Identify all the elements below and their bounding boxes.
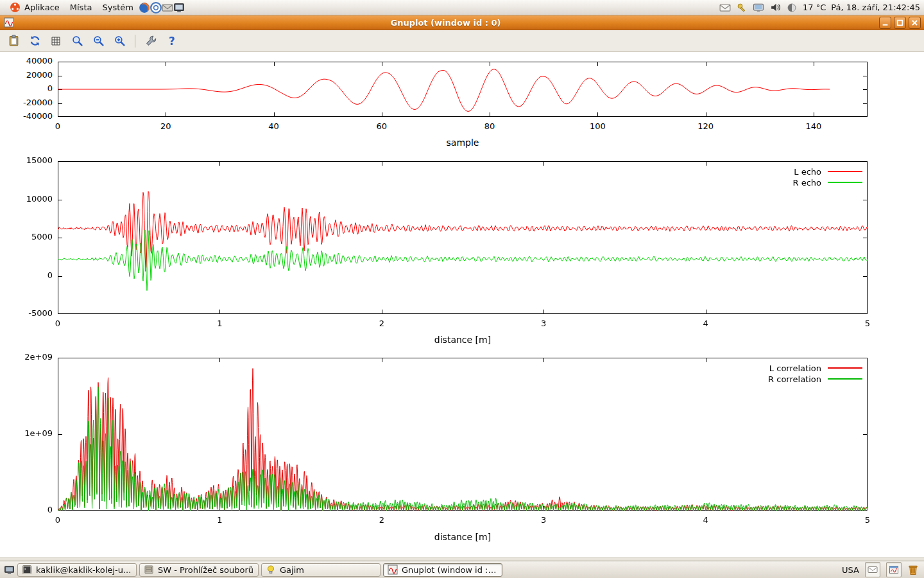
- taskbar-button-terminal[interactable]: kaklik@kaklik-kolej-u...: [17, 563, 137, 577]
- file-manager-icon: [144, 565, 154, 575]
- applications-menu-label: Aplikace: [24, 3, 60, 12]
- zoom-button[interactable]: [69, 33, 85, 49]
- temperature-indicator[interactable]: 17 °C: [803, 3, 826, 12]
- ubuntu-logo-icon: [9, 2, 21, 13]
- settings-button[interactable]: [143, 33, 158, 49]
- taskbar-button-label: kaklik@kaklik-kolej-u...: [36, 565, 131, 575]
- zoom-next-button[interactable]: [112, 33, 127, 49]
- volume-icon[interactable]: [769, 2, 781, 13]
- toolbar-help-button[interactable]: ?: [164, 33, 180, 49]
- desktop: Aplikace Místa Systém: [0, 0, 924, 578]
- toolbar-separator: [135, 35, 135, 48]
- gajim-icon: [266, 565, 276, 575]
- gnuplot-icon: [388, 565, 398, 575]
- keys-icon[interactable]: [736, 2, 748, 13]
- window-title: Gnuplot (window id : 0): [15, 18, 877, 28]
- places-menu[interactable]: Místa: [65, 1, 98, 13]
- applications-menu[interactable]: Aplikace: [4, 1, 65, 15]
- show-desktop-icon[interactable]: [3, 564, 15, 575]
- gnuplot-toolbar: ?: [0, 30, 924, 52]
- help-icon[interactable]: [150, 2, 162, 13]
- gnome-panel: Aplikace Místa Systém: [0, 0, 924, 15]
- minimize-button[interactable]: [879, 17, 891, 29]
- taskbar-button-label: Gnuplot (window id : 0): [402, 565, 498, 575]
- taskbar-right-area: USA: [842, 562, 921, 577]
- display-icon[interactable]: [753, 2, 764, 13]
- panel-status-area: 17 °C Pá, 18. září, 21:42:45: [719, 2, 920, 13]
- weather-icon[interactable]: [786, 2, 798, 13]
- system-menu[interactable]: Systém: [97, 1, 138, 13]
- screenshot-icon[interactable]: [173, 2, 185, 13]
- keyboard-layout-indicator[interactable]: USA: [842, 565, 859, 575]
- mail-notification-icon[interactable]: [719, 2, 731, 13]
- system-menu-label: Systém: [102, 3, 133, 12]
- clock[interactable]: Pá, 18. září, 21:42:45: [831, 3, 920, 12]
- window-titlebar[interactable]: Gnuplot (window id : 0): [0, 15, 924, 30]
- taskbar-button-label: Gajim: [280, 565, 304, 575]
- gnuplot-window-icon: [3, 17, 15, 28]
- terminal-icon: [22, 565, 32, 575]
- taskbar-button-label: SW - Prohlížeč souborů: [158, 565, 253, 575]
- grid-button[interactable]: [48, 33, 64, 49]
- gnuplot-canvas-area: [0, 52, 924, 557]
- copy-button[interactable]: [6, 33, 21, 49]
- close-button[interactable]: [909, 17, 921, 29]
- taskbar-button-gajim[interactable]: Gajim: [261, 563, 381, 577]
- taskbar-button-gnuplot[interactable]: Gnuplot (window id : 0): [383, 563, 502, 577]
- taskbar-button-file-manager[interactable]: SW - Prohlížeč souborů: [139, 563, 259, 577]
- mail-launcher-icon[interactable]: [162, 2, 173, 13]
- mail-applet-icon[interactable]: [865, 562, 880, 577]
- window-applet-icon[interactable]: [886, 562, 902, 577]
- firefox-icon[interactable]: [139, 2, 150, 13]
- taskbar: kaklik@kaklik-kolej-u... SW - Prohlížeč …: [0, 561, 924, 578]
- places-menu-label: Místa: [70, 3, 92, 12]
- refresh-button[interactable]: [27, 33, 42, 49]
- maximize-button[interactable]: [894, 17, 906, 29]
- trash-icon[interactable]: [907, 564, 919, 575]
- help-question-label: ?: [169, 35, 175, 48]
- zoom-previous-button[interactable]: [90, 33, 106, 49]
